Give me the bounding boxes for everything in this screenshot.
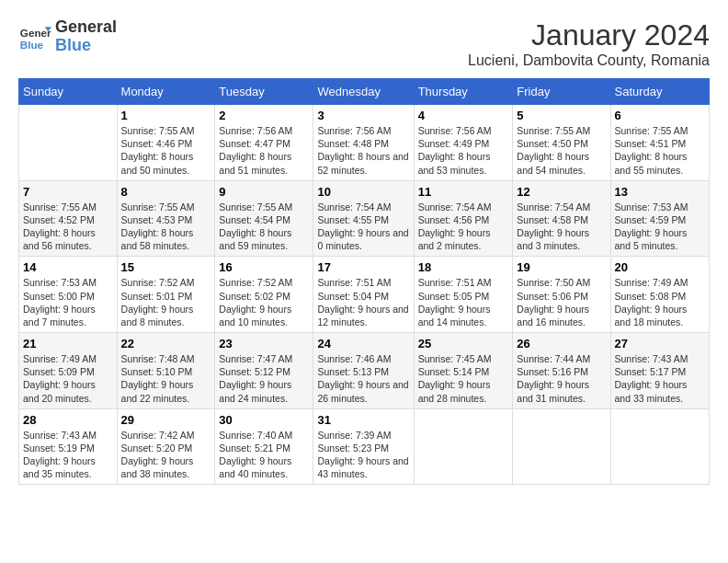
- day-info: Sunrise: 7:54 AMSunset: 4:58 PMDaylight:…: [517, 201, 606, 253]
- day-info: Sunrise: 7:48 AMSunset: 5:10 PMDaylight:…: [121, 352, 211, 405]
- day-number: 2: [219, 109, 309, 122]
- day-info: Sunrise: 7:55 AMSunset: 4:46 PMDaylight:…: [121, 124, 211, 177]
- page-header: General Blue General Blue January 2024 L…: [18, 18, 710, 69]
- day-number: 15: [121, 260, 211, 274]
- calendar-cell: 4Sunrise: 7:56 AMSunset: 4:49 PMDaylight…: [414, 105, 513, 181]
- day-info: Sunrise: 7:42 AMSunset: 5:20 PMDaylight:…: [121, 429, 211, 481]
- weekday-header: Thursday: [414, 79, 513, 105]
- day-number: 26: [517, 337, 606, 350]
- day-number: 24: [317, 337, 409, 350]
- calendar-cell: 13Sunrise: 7:53 AMSunset: 4:59 PMDayligh…: [610, 180, 709, 257]
- calendar-cell: 19Sunrise: 7:50 AMSunset: 5:06 PMDayligh…: [513, 257, 610, 333]
- day-number: 7: [23, 185, 113, 199]
- day-info: Sunrise: 7:55 AMSunset: 4:53 PMDaylight:…: [121, 201, 211, 253]
- day-number: 1: [121, 109, 211, 122]
- calendar-cell: 15Sunrise: 7:52 AMSunset: 5:01 PMDayligh…: [117, 257, 215, 333]
- logo-text: General Blue: [55, 18, 117, 55]
- title-block: January 2024 Lucieni, Dambovita County, …: [468, 18, 710, 69]
- calendar-cell: [610, 408, 709, 485]
- weekday-header: Tuesday: [215, 79, 313, 105]
- day-number: 31: [317, 413, 409, 427]
- calendar-cell: [513, 408, 610, 485]
- logo-brand1: General: [55, 18, 117, 37]
- weekday-header: Saturday: [610, 79, 709, 105]
- day-info: Sunrise: 7:40 AMSunset: 5:21 PMDaylight:…: [219, 429, 309, 481]
- weekday-header: Friday: [513, 79, 610, 105]
- subtitle: Lucieni, Dambovita County, Romania: [468, 52, 710, 69]
- calendar-week-row: 7Sunrise: 7:55 AMSunset: 4:52 PMDaylight…: [19, 180, 710, 257]
- calendar-cell: 20Sunrise: 7:49 AMSunset: 5:08 PMDayligh…: [610, 257, 709, 333]
- day-info: Sunrise: 7:52 AMSunset: 5:02 PMDaylight:…: [219, 276, 309, 328]
- svg-text:Blue: Blue: [20, 38, 44, 50]
- calendar-cell: 6Sunrise: 7:55 AMSunset: 4:51 PMDaylight…: [610, 105, 709, 181]
- calendar-week-row: 14Sunrise: 7:53 AMSunset: 5:00 PMDayligh…: [19, 257, 710, 333]
- day-info: Sunrise: 7:52 AMSunset: 5:01 PMDaylight:…: [121, 276, 211, 328]
- day-info: Sunrise: 7:54 AMSunset: 4:56 PMDaylight:…: [418, 201, 509, 253]
- day-info: Sunrise: 7:56 AMSunset: 4:47 PMDaylight:…: [219, 124, 309, 177]
- day-number: 20: [615, 260, 705, 274]
- calendar-table: SundayMondayTuesdayWednesdayThursdayFrid…: [18, 78, 710, 485]
- weekday-header: Sunday: [19, 79, 118, 105]
- calendar-cell: 29Sunrise: 7:42 AMSunset: 5:20 PMDayligh…: [117, 408, 215, 485]
- weekday-header: Monday: [117, 79, 215, 105]
- calendar-cell: 8Sunrise: 7:55 AMSunset: 4:53 PMDaylight…: [117, 180, 215, 257]
- calendar-cell: 21Sunrise: 7:49 AMSunset: 5:09 PMDayligh…: [19, 333, 118, 409]
- calendar-cell: 5Sunrise: 7:55 AMSunset: 4:50 PMDaylight…: [513, 105, 610, 181]
- calendar-cell: 24Sunrise: 7:46 AMSunset: 5:13 PMDayligh…: [313, 333, 414, 409]
- day-info: Sunrise: 7:49 AMSunset: 5:09 PMDaylight:…: [23, 352, 113, 405]
- calendar-cell: 12Sunrise: 7:54 AMSunset: 4:58 PMDayligh…: [513, 180, 610, 257]
- day-number: 12: [517, 185, 606, 199]
- day-number: 19: [517, 260, 606, 274]
- calendar-cell: 1Sunrise: 7:55 AMSunset: 4:46 PMDaylight…: [117, 105, 215, 181]
- day-number: 10: [317, 185, 409, 199]
- day-number: 29: [121, 413, 211, 427]
- main-title: January 2024: [468, 18, 710, 52]
- day-info: Sunrise: 7:43 AMSunset: 5:17 PMDaylight:…: [615, 352, 705, 405]
- calendar-cell: 7Sunrise: 7:55 AMSunset: 4:52 PMDaylight…: [19, 180, 118, 257]
- day-info: Sunrise: 7:55 AMSunset: 4:52 PMDaylight:…: [23, 201, 113, 253]
- calendar-cell: 30Sunrise: 7:40 AMSunset: 5:21 PMDayligh…: [215, 408, 313, 485]
- day-info: Sunrise: 7:53 AMSunset: 4:59 PMDaylight:…: [615, 201, 705, 253]
- calendar-cell: 9Sunrise: 7:55 AMSunset: 4:54 PMDaylight…: [215, 180, 313, 257]
- day-number: 13: [615, 185, 705, 199]
- calendar-cell: 31Sunrise: 7:39 AMSunset: 5:23 PMDayligh…: [313, 408, 414, 485]
- day-info: Sunrise: 7:51 AMSunset: 5:05 PMDaylight:…: [418, 276, 509, 328]
- calendar-week-row: 1Sunrise: 7:55 AMSunset: 4:46 PMDaylight…: [19, 105, 710, 181]
- day-info: Sunrise: 7:55 AMSunset: 4:50 PMDaylight:…: [517, 124, 606, 177]
- day-info: Sunrise: 7:55 AMSunset: 4:51 PMDaylight:…: [615, 124, 705, 177]
- day-number: 11: [418, 185, 509, 199]
- day-info: Sunrise: 7:43 AMSunset: 5:19 PMDaylight:…: [23, 429, 113, 481]
- calendar-cell: 25Sunrise: 7:45 AMSunset: 5:14 PMDayligh…: [414, 333, 513, 409]
- day-info: Sunrise: 7:39 AMSunset: 5:23 PMDaylight:…: [317, 429, 409, 481]
- day-number: 5: [517, 109, 606, 122]
- day-number: 23: [219, 337, 309, 350]
- day-info: Sunrise: 7:46 AMSunset: 5:13 PMDaylight:…: [317, 352, 409, 405]
- calendar-body: 1Sunrise: 7:55 AMSunset: 4:46 PMDaylight…: [19, 105, 710, 485]
- weekday-header: Wednesday: [313, 79, 414, 105]
- day-info: Sunrise: 7:49 AMSunset: 5:08 PMDaylight:…: [615, 276, 705, 328]
- calendar-week-row: 28Sunrise: 7:43 AMSunset: 5:19 PMDayligh…: [19, 408, 710, 485]
- day-number: 17: [317, 260, 409, 274]
- calendar-cell: 10Sunrise: 7:54 AMSunset: 4:55 PMDayligh…: [313, 180, 414, 257]
- calendar-cell: 3Sunrise: 7:56 AMSunset: 4:48 PMDaylight…: [313, 105, 414, 181]
- calendar-cell: 22Sunrise: 7:48 AMSunset: 5:10 PMDayligh…: [117, 333, 215, 409]
- day-info: Sunrise: 7:47 AMSunset: 5:12 PMDaylight:…: [219, 352, 309, 405]
- calendar-cell: 14Sunrise: 7:53 AMSunset: 5:00 PMDayligh…: [19, 257, 118, 333]
- calendar-cell: 11Sunrise: 7:54 AMSunset: 4:56 PMDayligh…: [414, 180, 513, 257]
- day-number: 18: [418, 260, 509, 274]
- logo: General Blue General Blue: [18, 18, 117, 55]
- day-number: 28: [23, 413, 113, 427]
- calendar-cell: [414, 408, 513, 485]
- day-info: Sunrise: 7:56 AMSunset: 4:49 PMDaylight:…: [418, 124, 509, 177]
- calendar-header: SundayMondayTuesdayWednesdayThursdayFrid…: [19, 79, 710, 105]
- day-info: Sunrise: 7:56 AMSunset: 4:48 PMDaylight:…: [317, 124, 409, 177]
- day-info: Sunrise: 7:53 AMSunset: 5:00 PMDaylight:…: [23, 276, 113, 328]
- day-info: Sunrise: 7:50 AMSunset: 5:06 PMDaylight:…: [517, 276, 606, 328]
- day-info: Sunrise: 7:54 AMSunset: 4:55 PMDaylight:…: [317, 201, 409, 253]
- day-info: Sunrise: 7:45 AMSunset: 5:14 PMDaylight:…: [418, 352, 509, 405]
- calendar-cell: [19, 105, 118, 181]
- logo-icon: General Blue: [18, 20, 51, 53]
- day-number: 25: [418, 337, 509, 350]
- day-number: 21: [23, 337, 113, 350]
- day-info: Sunrise: 7:51 AMSunset: 5:04 PMDaylight:…: [317, 276, 409, 328]
